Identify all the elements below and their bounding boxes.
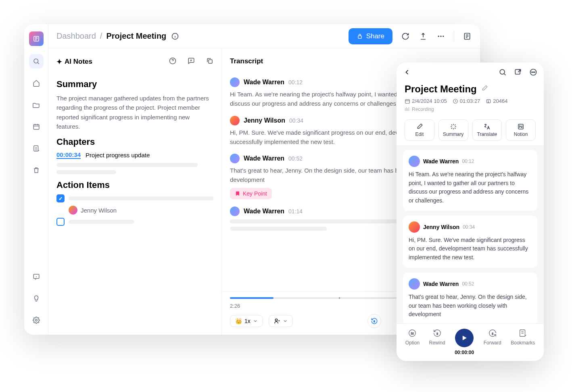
- key-point-badge[interactable]: Key Point: [230, 188, 272, 199]
- help-icon[interactable]: [169, 57, 176, 66]
- summary-heading: Summary: [56, 79, 213, 90]
- mobile-transcript-card[interactable]: Wade Warren00:52 That's great to hear, J…: [403, 273, 537, 323]
- mobile-player: 1x Option 3 Rewind 00:00:00 3 Forward Bo…: [397, 323, 544, 361]
- placeholder: [56, 163, 198, 167]
- feedback-icon[interactable]: [29, 269, 44, 284]
- action-label: Summary: [443, 131, 463, 137]
- action-label: Edit: [415, 131, 424, 137]
- speaker-name: Jenny Wilson: [244, 117, 285, 124]
- avatar: [409, 278, 420, 290]
- sparkle-icon: ✦: [56, 58, 62, 66]
- checkbox-checked[interactable]: [56, 194, 65, 202]
- chat-icon[interactable]: [188, 57, 195, 66]
- card-text: That's great to hear, Jenny. On the desi…: [409, 293, 532, 319]
- trash-icon[interactable]: [29, 163, 44, 177]
- share-icon[interactable]: [514, 68, 522, 78]
- settings-icon[interactable]: [29, 313, 44, 327]
- timestamp: 00:34: [463, 224, 475, 230]
- svg-point-10: [443, 35, 444, 37]
- chevron-down-icon: [283, 319, 288, 323]
- meta-words: 20464: [493, 98, 507, 104]
- speed-selector[interactable]: 👑 1x: [230, 315, 263, 327]
- ai-notes-label: AI Notes: [65, 58, 92, 66]
- mobile-transcript-body[interactable]: Wade Warren00:12 Hi Team. As we're neari…: [397, 146, 544, 323]
- svg-rect-22: [405, 99, 410, 103]
- folder-icon[interactable]: [29, 98, 44, 112]
- more-icon[interactable]: [529, 68, 537, 78]
- svg-rect-17: [515, 69, 520, 74]
- edit-title-icon[interactable]: [481, 85, 488, 94]
- svg-rect-7: [358, 35, 361, 38]
- checkbox-unchecked[interactable]: [56, 218, 65, 226]
- assignee-row: Jenny Wilson: [69, 206, 213, 215]
- calendar-icon[interactable]: [29, 119, 44, 134]
- upload-icon[interactable]: [418, 31, 428, 41]
- chapter-title: Project progress update: [86, 152, 150, 158]
- speaker-name: Wade Warren: [423, 158, 459, 165]
- speaker-name: Wade Warren: [244, 79, 284, 86]
- mobile-transcript-card[interactable]: Jenny Wilson00:34 Hi, PM. Sure. We've ma…: [403, 216, 537, 268]
- chapters-heading: Chapters: [56, 137, 213, 147]
- info-icon[interactable]: [170, 31, 180, 41]
- forward-button[interactable]: 3 Forward: [484, 329, 501, 355]
- notes-list-icon[interactable]: [462, 31, 472, 41]
- sync-icon[interactable]: [401, 31, 410, 41]
- status-label: Recording: [412, 106, 434, 112]
- mobile-transcript-card[interactable]: Wade Warren00:12 Hi Team. As we're neari…: [403, 150, 537, 211]
- back-icon[interactable]: [403, 68, 411, 78]
- action-label: Notion: [514, 131, 528, 137]
- breadcrumb: Dashboard / Project Meeting: [56, 31, 180, 41]
- svg-point-21: [534, 72, 535, 73]
- chapter-item[interactable]: 00:00:34 Project progress update: [56, 151, 213, 159]
- share-label: Share: [366, 32, 384, 40]
- skip-back-button[interactable]: 5: [367, 314, 381, 328]
- timestamp: 00:52: [462, 281, 474, 287]
- translate-button[interactable]: Translate: [472, 119, 502, 141]
- edit-button[interactable]: Edit: [405, 119, 434, 141]
- svg-point-5: [35, 319, 37, 321]
- avatar: [230, 206, 240, 216]
- progress-fill: [230, 297, 273, 299]
- player-label: Forward: [484, 340, 501, 346]
- bookmarks-button[interactable]: Bookmarks: [511, 329, 535, 355]
- action-label: Translate: [477, 131, 497, 137]
- search-icon[interactable]: [499, 68, 507, 78]
- assignee-name: Jenny Wilson: [81, 207, 117, 214]
- app-logo[interactable]: [29, 31, 44, 46]
- avatar: [230, 77, 240, 87]
- mobile-actions: Edit Summary Translate Notion: [397, 116, 544, 146]
- search-icon[interactable]: [29, 54, 44, 69]
- option-button[interactable]: 1x Option: [405, 329, 420, 355]
- svg-point-9: [440, 35, 441, 37]
- play-button[interactable]: [455, 329, 474, 347]
- player-time: 00:00:00: [455, 350, 474, 355]
- action-item[interactable]: [56, 194, 213, 202]
- chapter-timestamp[interactable]: 00:00:34: [56, 151, 81, 159]
- clock-icon: [453, 98, 458, 104]
- home-icon[interactable]: [29, 76, 44, 90]
- speaker-selector[interactable]: [269, 315, 293, 327]
- placeholder: [69, 196, 213, 200]
- action-items-heading: Action Items: [56, 180, 213, 190]
- summary-button[interactable]: Summary: [438, 119, 468, 141]
- more-icon[interactable]: [436, 31, 446, 41]
- svg-text:3: 3: [492, 332, 493, 335]
- rewind-button[interactable]: 3 Rewind: [429, 329, 445, 355]
- mobile-title: Project Meeting: [405, 83, 477, 95]
- checklist-icon[interactable]: [29, 141, 44, 156]
- action-item[interactable]: [56, 218, 213, 226]
- avatar: [409, 156, 420, 167]
- left-nav-rail: [24, 24, 48, 335]
- idea-icon[interactable]: [29, 291, 44, 306]
- notion-button[interactable]: Notion: [506, 119, 536, 141]
- speed-label: 1x: [244, 318, 251, 324]
- share-button[interactable]: Share: [349, 28, 392, 44]
- placeholder: [230, 219, 424, 223]
- svg-text:5: 5: [374, 320, 375, 323]
- breadcrumb-current: Project Meeting: [106, 31, 166, 41]
- svg-point-14: [275, 319, 277, 321]
- copy-icon[interactable]: [206, 57, 213, 66]
- topbar: Dashboard / Project Meeting Share: [48, 24, 480, 48]
- breadcrumb-dashboard[interactable]: Dashboard: [56, 31, 96, 41]
- card-text: Hi Team. As we're nearing the project's …: [409, 170, 532, 205]
